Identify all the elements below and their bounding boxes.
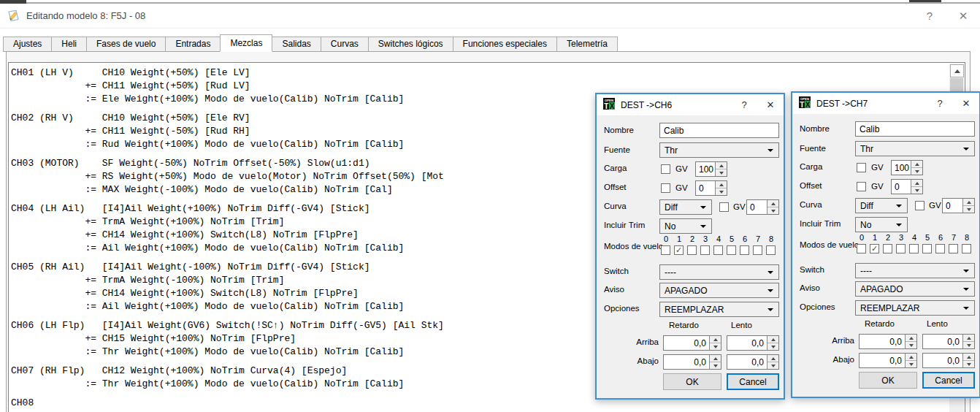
spin-down-button[interactable] xyxy=(767,362,778,369)
tab-salidas[interactable]: Salidas xyxy=(272,37,321,52)
curva-combobox[interactable]: Diff xyxy=(855,198,908,213)
flight-mode-checkbox-4[interactable] xyxy=(713,245,723,255)
spin-up-button[interactable] xyxy=(716,181,727,188)
tab-funciones-especiales[interactable]: Funciones especiales xyxy=(453,37,557,52)
abajo-retardo-spinbox[interactable]: 0,0 xyxy=(859,353,917,368)
curva-gv-spinbox[interactable]: 0 xyxy=(746,199,779,215)
arriba-retardo-spinbox[interactable]: 0,0 xyxy=(859,334,917,349)
incluir-trim-combobox[interactable]: No xyxy=(659,218,712,234)
tab-fases-de-vuelo[interactable]: Fases de vuelo xyxy=(86,37,166,52)
flight-mode-checkbox-1[interactable] xyxy=(870,244,879,253)
flight-mode-checkbox-6[interactable] xyxy=(935,244,945,253)
spin-up-button[interactable] xyxy=(767,336,778,343)
spin-down-button[interactable] xyxy=(906,361,916,367)
arriba-lento-spinbox[interactable]: 0,0 xyxy=(922,334,975,349)
offset-gv-checkbox[interactable] xyxy=(661,183,670,193)
fuente-combobox[interactable]: Thr xyxy=(659,142,779,158)
spin-down-button[interactable] xyxy=(963,342,974,348)
curva-gv-spinbox[interactable]: 0 xyxy=(942,198,975,213)
ok-button[interactable]: OK xyxy=(859,372,917,389)
flight-mode-checkbox-3[interactable] xyxy=(700,245,710,255)
offset-spinbox[interactable]: 0 xyxy=(891,179,923,194)
opciones-combobox[interactable]: REEMPLAZAR xyxy=(659,302,779,317)
spin-down-button[interactable] xyxy=(716,169,727,176)
dialog-help-button[interactable]: ? xyxy=(927,98,953,109)
flight-mode-checkbox-6[interactable] xyxy=(740,245,749,255)
flight-mode-checkbox-2[interactable] xyxy=(883,244,892,253)
nombre-input[interactable] xyxy=(659,123,779,138)
incluir-trim-combobox[interactable]: No xyxy=(855,217,908,232)
flight-mode-checkbox-8[interactable] xyxy=(766,245,776,255)
flight-mode-checkbox-4[interactable] xyxy=(909,244,919,253)
spin-up-button[interactable] xyxy=(963,354,974,361)
tab-mezclas[interactable]: Mezclas xyxy=(220,34,272,52)
offset-spinbox[interactable]: 0 xyxy=(695,180,727,196)
flight-mode-checkbox-5[interactable] xyxy=(922,244,932,253)
tab-telemetría[interactable]: Telemetría xyxy=(556,37,618,52)
flight-mode-checkbox-0[interactable] xyxy=(661,245,670,255)
ok-button[interactable]: OK xyxy=(663,373,721,390)
spin-up-button[interactable] xyxy=(906,354,916,361)
dialog-close-button[interactable]: ✕ xyxy=(953,98,979,109)
spin-up-button[interactable] xyxy=(911,161,922,168)
switch-combobox[interactable]: ---- xyxy=(855,263,975,278)
abajo-lento-spinbox[interactable]: 0,0 xyxy=(922,353,975,368)
spin-down-button[interactable] xyxy=(767,343,778,350)
help-button[interactable]: ? xyxy=(913,9,946,22)
flight-mode-checkbox-1[interactable] xyxy=(674,245,684,255)
spin-down-button[interactable] xyxy=(911,168,922,175)
fuente-combobox[interactable]: Thr xyxy=(855,141,975,156)
tab-entradas[interactable]: Entradas xyxy=(165,37,221,52)
spin-down-button[interactable] xyxy=(710,343,721,350)
spin-down-button[interactable] xyxy=(906,342,916,348)
carga-gv-checkbox[interactable] xyxy=(661,164,670,174)
offset-gv-checkbox[interactable] xyxy=(857,182,866,191)
carga-spinbox[interactable]: 100 xyxy=(695,161,727,177)
spin-down-button[interactable] xyxy=(716,188,727,195)
spin-down-button[interactable] xyxy=(963,361,974,367)
nombre-input[interactable] xyxy=(855,121,975,137)
dialog-close-button[interactable]: ✕ xyxy=(757,99,784,110)
spin-down-button[interactable] xyxy=(911,187,922,194)
spin-up-button[interactable] xyxy=(963,199,974,206)
flight-mode-checkbox-8[interactable] xyxy=(962,244,971,253)
flight-mode-checkbox-7[interactable] xyxy=(949,244,958,253)
carga-gv-checkbox[interactable] xyxy=(857,163,866,172)
abajo-lento-spinbox[interactable]: 0,0 xyxy=(727,354,779,370)
abajo-retardo-spinbox[interactable]: 0,0 xyxy=(663,354,721,370)
spin-up-button[interactable] xyxy=(963,335,974,342)
tab-curvas[interactable]: Curvas xyxy=(321,37,369,52)
spin-down-button[interactable] xyxy=(710,362,721,369)
dialog-help-button[interactable]: ? xyxy=(731,99,757,110)
flight-mode-checkbox-0[interactable] xyxy=(857,244,866,253)
cancel-button[interactable]: Cancel xyxy=(922,372,975,389)
tab-ajustes[interactable]: Ajustes xyxy=(3,37,52,52)
spin-up-button[interactable] xyxy=(710,336,721,343)
spin-up-button[interactable] xyxy=(767,200,778,207)
spin-down-button[interactable] xyxy=(767,207,778,214)
arriba-lento-spinbox[interactable]: 0,0 xyxy=(727,335,779,351)
aviso-combobox[interactable]: APAGADO xyxy=(855,281,975,297)
curva-gv-checkbox[interactable] xyxy=(719,202,729,212)
close-button[interactable]: ✕ xyxy=(946,9,980,23)
tab-heli[interactable]: Heli xyxy=(51,37,87,52)
spin-up-button[interactable] xyxy=(716,162,727,169)
curva-gv-checkbox[interactable] xyxy=(915,201,925,210)
switch-combobox[interactable]: ---- xyxy=(659,264,779,280)
flight-mode-checkbox-2[interactable] xyxy=(687,245,697,255)
tab-switches-lógicos[interactable]: Switches lógicos xyxy=(368,37,453,52)
flight-mode-checkbox-3[interactable] xyxy=(896,244,906,253)
opciones-combobox[interactable]: REEMPLAZAR xyxy=(855,300,975,316)
cancel-button[interactable]: Cancel xyxy=(727,373,779,390)
arriba-retardo-spinbox[interactable]: 0,0 xyxy=(663,335,721,351)
spin-down-button[interactable] xyxy=(963,206,974,213)
spin-up-button[interactable] xyxy=(767,355,778,362)
carga-spinbox[interactable]: 100 xyxy=(891,160,923,175)
flight-mode-checkbox-7[interactable] xyxy=(753,245,762,255)
flight-mode-checkbox-5[interactable] xyxy=(727,245,736,255)
scrollbar-up-button[interactable] xyxy=(950,64,964,77)
curva-combobox[interactable]: Diff xyxy=(659,199,712,215)
spin-up-button[interactable] xyxy=(906,335,916,342)
spin-up-button[interactable] xyxy=(710,355,721,362)
spin-up-button[interactable] xyxy=(911,180,922,187)
